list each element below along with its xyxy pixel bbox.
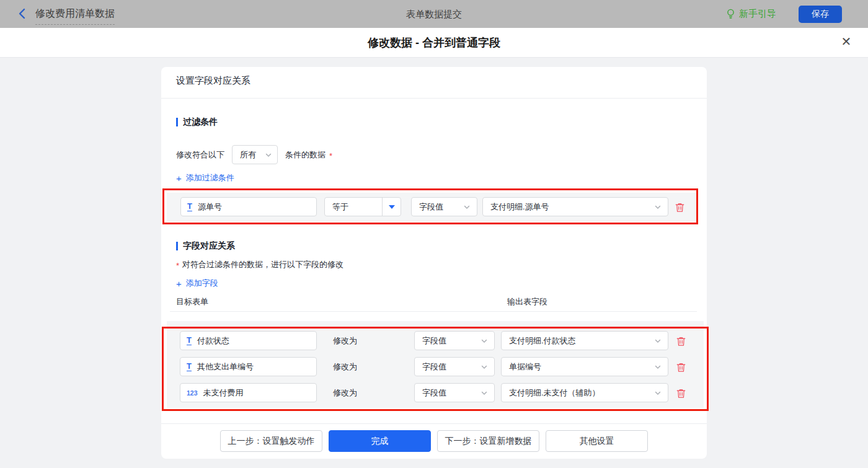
value-type-select[interactable]: 字段值 xyxy=(414,383,495,402)
filter-value-type-select[interactable]: 字段值 xyxy=(411,197,477,216)
column-header-target-form: 目标表单 xyxy=(176,296,208,307)
field-mapping-card: 设置字段对应关系 过滤条件 修改符合以下 所有 条件的数据 * + 添加过滤条件… xyxy=(161,67,707,459)
match-prefix-label: 修改符合以下 xyxy=(176,149,224,161)
modify-to-label: 修改为 xyxy=(333,383,370,402)
number-field-icon: 123 xyxy=(187,389,198,397)
section-bar xyxy=(176,118,178,126)
target-field-input[interactable]: T 其他支出单编号 xyxy=(180,357,317,376)
modify-to-label: 修改为 xyxy=(333,331,370,350)
plus-icon: + xyxy=(176,173,182,183)
trash-icon[interactable] xyxy=(675,201,686,213)
column-header-output-field: 输出表字段 xyxy=(507,296,547,307)
filter-field-value: 源单号 xyxy=(198,201,222,213)
value-type-select[interactable]: 字段值 xyxy=(414,331,495,350)
modify-to-label: 修改为 xyxy=(333,357,370,376)
card-title: 设置字段对应关系 xyxy=(176,75,250,87)
target-field-input[interactable]: 123 未支付费用 xyxy=(180,383,317,402)
mapping-section-title: 字段对应关系 xyxy=(176,241,235,252)
add-field-link[interactable]: + 添加字段 xyxy=(176,278,218,289)
section-bar xyxy=(176,242,178,250)
chevron-down-icon xyxy=(480,389,488,397)
chevron-down-icon xyxy=(654,389,662,397)
chevron-down-icon xyxy=(480,363,488,371)
plus-icon: + xyxy=(176,278,182,289)
divider xyxy=(161,98,707,99)
chevron-down-icon xyxy=(265,151,272,159)
operator-select[interactable]: 等于 xyxy=(324,197,401,216)
text-field-icon: T xyxy=(187,202,192,211)
chevron-down-icon xyxy=(463,203,471,211)
topbar: 修改费用清单数据 表单数据提交 新手引导 保存 xyxy=(0,0,868,28)
add-filter-condition-link[interactable]: + 添加过滤条件 xyxy=(176,172,234,183)
dialog-header: 修改数据 - 合并到普通字段 ✕ xyxy=(0,28,868,58)
dialog-footer: 上一步：设置触发动作 完成 下一步：设置新增数据 其他设置 xyxy=(161,430,707,452)
match-mode-select[interactable]: 所有 xyxy=(232,145,278,164)
done-button[interactable]: 完成 xyxy=(329,430,431,452)
target-field-input[interactable]: T 付款状态 xyxy=(180,331,317,350)
other-settings-button[interactable]: 其他设置 xyxy=(546,430,648,452)
chevron-down-icon xyxy=(480,337,488,345)
chevron-down-icon xyxy=(654,363,662,371)
dialog-title: 修改数据 - 合并到普通字段 xyxy=(0,35,868,50)
caret-down-filled-icon xyxy=(389,205,395,209)
prev-step-button[interactable]: 上一步：设置触发动作 xyxy=(220,430,322,452)
output-field-select[interactable]: 支付明细.未支付（辅助） xyxy=(501,383,668,402)
filter-section-title: 过滤条件 xyxy=(176,117,218,128)
output-field-select[interactable]: 支付明细.付款状态 xyxy=(501,331,668,350)
beginner-guide-link[interactable]: 新手引导 xyxy=(726,8,776,20)
trash-icon[interactable] xyxy=(676,335,687,347)
beginner-guide-label: 新手引导 xyxy=(739,8,776,20)
output-field-select[interactable]: 单据编号 xyxy=(501,357,668,376)
value-type-select[interactable]: 字段值 xyxy=(414,357,495,376)
condition-match-row: 修改符合以下 所有 条件的数据 * xyxy=(176,145,332,164)
trash-icon[interactable] xyxy=(676,387,687,399)
save-button[interactable]: 保存 xyxy=(799,6,842,23)
lightbulb-icon xyxy=(726,9,735,19)
divider xyxy=(170,311,697,312)
chevron-down-icon xyxy=(654,203,662,211)
filter-value-select[interactable]: 支付明细.源单号 xyxy=(482,197,668,216)
mapping-description: *对符合过滤条件的数据，进行以下字段的修改 xyxy=(176,259,343,270)
operator-caret-button[interactable] xyxy=(382,198,401,216)
match-suffix-label: 条件的数据 xyxy=(285,149,326,161)
divider xyxy=(161,423,707,424)
required-asterisk: * xyxy=(329,151,332,161)
trash-icon[interactable] xyxy=(676,361,687,373)
chevron-down-icon xyxy=(654,337,662,345)
next-step-button[interactable]: 下一步：设置新增数据 xyxy=(437,430,539,452)
required-asterisk: * xyxy=(176,261,179,270)
text-field-icon: T xyxy=(187,336,192,345)
text-field-icon: T xyxy=(187,362,192,371)
filter-field-input[interactable]: T 源单号 xyxy=(180,197,317,216)
close-icon[interactable]: ✕ xyxy=(839,35,853,48)
